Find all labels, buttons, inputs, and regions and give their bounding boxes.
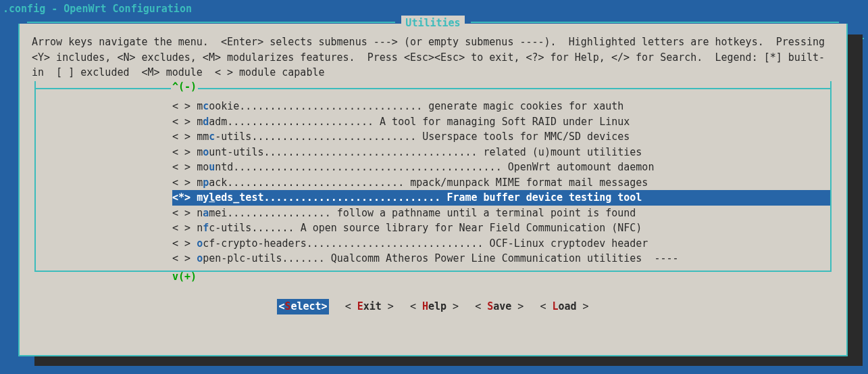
button-hotkey: E: [357, 300, 363, 312]
angle-left-icon: <: [345, 300, 357, 312]
item-checkbox[interactable]: < >: [172, 146, 197, 158]
angle-left-icon: <: [540, 300, 552, 312]
select-button[interactable]: <Select>: [277, 299, 328, 314]
item-hotkey: o: [197, 252, 203, 264]
angle-right-icon: >: [577, 300, 589, 312]
item-label-post: -utils........................... Usersp…: [215, 131, 630, 143]
menu-top-border: ^(-): [36, 81, 830, 97]
angle-right-icon: >: [511, 300, 524, 312]
angle-right-icon: >: [446, 300, 459, 312]
save-button[interactable]: < Save >: [475, 299, 524, 314]
help-button[interactable]: < Help >: [410, 299, 459, 314]
item-label-post: c-utils....... A open source library for…: [209, 222, 642, 234]
item-label-post: adm........................ A tool for m…: [209, 116, 630, 128]
menu-item-mount-utils[interactable]: < > mount-utils.........................…: [36, 145, 830, 160]
item-hotkey: u: [209, 161, 215, 173]
item-hotkey: f: [203, 222, 209, 234]
item-label-post: unt-utils...............................…: [209, 146, 642, 158]
item-checkbox[interactable]: < >: [172, 131, 197, 143]
menu-item-mpack[interactable]: < > mpack............................. m…: [36, 175, 830, 191]
item-checkbox[interactable]: < >: [172, 222, 197, 234]
item-label-pre: n: [197, 207, 203, 219]
item-label-post: ookie.............................. gene…: [209, 100, 623, 112]
item-label-pre: m: [197, 146, 203, 158]
item-hotkey: l: [209, 191, 215, 204]
utilities-panel: Utilities Arrow keys navigate the menu. …: [18, 24, 848, 356]
item-label-pre: m: [197, 116, 203, 128]
button-label-rest: elp: [428, 300, 446, 312]
menu-item-mdadm[interactable]: < > mdadm........................ A tool…: [36, 114, 830, 130]
item-label-post: pen-plc-utils....... Qualcomm Atheros Po…: [203, 252, 642, 264]
angle-right-icon: >: [382, 300, 394, 312]
item-label-pre: mm: [197, 131, 209, 143]
item-hotkey: c: [209, 131, 215, 143]
item-checkbox[interactable]: < >: [172, 116, 197, 128]
item-label-post: ntd.....................................…: [215, 161, 654, 173]
item-hotkey: d: [203, 116, 209, 128]
item-label-post: eds_test............................. Fr…: [215, 191, 642, 204]
help-text: Arrow keys navigate the menu. <Enter> se…: [20, 24, 846, 85]
button-label-rest: elect: [290, 300, 321, 312]
menu-rows: < > mcookie.............................…: [36, 96, 830, 268]
scroll-up-icon[interactable]: ^(-): [171, 79, 198, 95]
item-label-post: ack............................. mpack/m…: [209, 177, 648, 189]
item-checkbox[interactable]: < >: [172, 207, 197, 219]
panel-title: Utilities: [401, 16, 464, 31]
button-hotkey: H: [422, 300, 428, 312]
item-label-post: mei................. follow a pathname u…: [209, 207, 636, 219]
item-checkbox[interactable]: <*>: [172, 191, 197, 204]
exit-button[interactable]: < Exit >: [345, 299, 394, 314]
menu-item-nfc-utils[interactable]: < > nfc-utils....... A open source libra…: [36, 220, 830, 236]
item-label-pre: m: [197, 100, 203, 112]
item-hotkey: o: [197, 237, 203, 250]
item-checkbox[interactable]: < >: [172, 161, 197, 173]
menu-item-open-plc-utils[interactable]: < > open-plc-utils....... Qualcomm Ather…: [36, 251, 830, 266]
item-hotkey: a: [203, 207, 209, 219]
config-title: .config - OpenWrt Configuration: [0, 0, 868, 17]
angle-left-icon: <: [410, 300, 422, 312]
button-hotkey: S: [487, 300, 493, 312]
item-label-pre: mo: [197, 161, 209, 173]
button-bar: <Select>< Exit >< Help >< Save >< Load >: [20, 284, 846, 314]
panel-title-row: Utilities: [20, 16, 846, 31]
item-hotkey: o: [203, 146, 209, 158]
menu-item-mmc-utils[interactable]: < > mmc-utils...........................…: [36, 129, 830, 145]
angle-right-icon: >: [322, 300, 328, 312]
button-label-rest: ave: [493, 300, 511, 312]
button-label-rest: xit: [363, 300, 382, 312]
terminal-root: .config - OpenWrt Configuration > Utilit…: [0, 0, 868, 374]
button-label-rest: oad: [558, 300, 576, 312]
item-checkbox[interactable]: < >: [172, 177, 197, 189]
item-checkbox[interactable]: < >: [172, 237, 197, 250]
item-label-pre: m: [197, 177, 203, 189]
submenu-indicator-icon: ----: [642, 252, 678, 264]
angle-left-icon: <: [475, 300, 487, 312]
item-hotkey: c: [203, 100, 209, 112]
load-button[interactable]: < Load >: [540, 299, 588, 314]
menu-item-ocf-crypto-headers[interactable]: < > ocf-crypto-headers..................…: [36, 236, 830, 252]
menu-item-myleds_test[interactable]: <*> myleds_test.........................…: [36, 190, 830, 206]
menu-item-mountd[interactable]: < > mountd..............................…: [36, 160, 830, 175]
item-label-pre: n: [197, 222, 203, 234]
menu-list-panel: ^(-) < > mcookie........................…: [34, 81, 832, 272]
item-checkbox[interactable]: < >: [172, 252, 197, 264]
menu-item-namei[interactable]: < > namei................. follow a path…: [36, 206, 830, 221]
item-hotkey: p: [203, 177, 209, 189]
menu-item-mcookie[interactable]: < > mcookie.............................…: [36, 99, 830, 114]
item-label-pre: my: [197, 191, 209, 204]
item-label-post: cf-crypto-headers.......................…: [203, 237, 648, 250]
item-checkbox[interactable]: < >: [172, 100, 197, 112]
